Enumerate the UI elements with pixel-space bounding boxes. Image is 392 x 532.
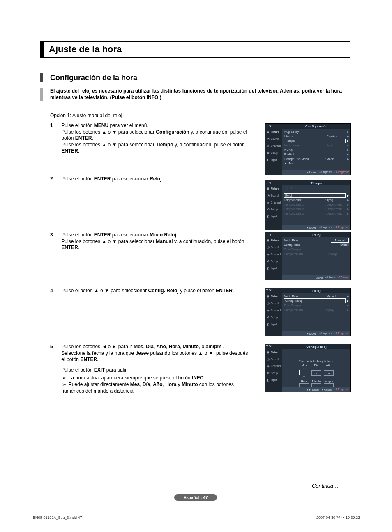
- section-title: Configuración de la hora: [50, 74, 137, 82]
- section-bar-accent: [40, 73, 43, 82]
- footer-right: 2007-04-30 ｿﾀﾈ･ 10:39:22: [316, 516, 360, 520]
- osd-side-input: ◧Input: [265, 265, 282, 272]
- channel-icon: ◈: [266, 252, 270, 256]
- osd-side-sound: ◔Sound: [265, 300, 282, 307]
- sound-icon: ◔: [266, 357, 270, 361]
- gear-icon: ✿: [266, 259, 270, 263]
- osd-row-dim: Tiempo Verano: Apag.▶: [284, 308, 349, 312]
- step-number: 2: [50, 176, 60, 183]
- section-header: Configuración de la hora: [40, 73, 349, 82]
- osd-side-setup: ✿Setup: [265, 149, 282, 156]
- osd-sidebar: T V ▣Picture ◔Sound ◈Channel ✿Setup ◧Inp…: [265, 180, 282, 230]
- osd-footer: ♦ Mover⏎ Entrar↺ Volver: [282, 275, 350, 280]
- osd-main-title: Configuración: [282, 124, 350, 129]
- gear-icon: ✿: [266, 208, 270, 211]
- step-body: Pulse el botón ENTER para seleccionar Re…: [61, 176, 250, 183]
- osd-footer: ♦ Mover⏎ Ingresar↺ Regresar: [282, 331, 350, 336]
- picture-icon: ▣: [266, 130, 270, 134]
- osd-row: Transpar. del Menú: Medio▶: [284, 157, 349, 161]
- osd-row: Temporizador: Apag.▶: [284, 198, 349, 202]
- input-icon: ◧: [266, 322, 270, 326]
- osd-tv-label: T V: [265, 180, 282, 185]
- step-2: 2 Pulse el botón ENTER para seleccionar …: [50, 176, 256, 183]
- osd-row: Idioma: Español▶: [284, 134, 349, 139]
- osd-side-setup: ✿Setup: [265, 370, 282, 377]
- osd-side-setup: ✿Setup: [265, 206, 282, 213]
- step-number: 5: [50, 344, 60, 350]
- step-body: Pulse el botón MENU para ver el menú. Pu…: [61, 123, 250, 155]
- osd-screenshot-reloj-config: T V ▣Picture ◔Sound ◈Channel ✿Setup ◧Inp…: [265, 288, 350, 335]
- osd-row-dim: Zona Tiempo: [284, 247, 349, 252]
- page-pill: Español - 47: [174, 494, 217, 501]
- osd-row: Subtítulo▶: [284, 152, 349, 157]
- osd-row: Plug & Play▶: [284, 130, 349, 134]
- section-underline: [40, 84, 349, 84]
- osd-screenshot-tiempo: T V ▣Picture ◔Sound ◈Channel ✿Setup ◧Inp…: [265, 180, 350, 229]
- sound-icon: ◔: [266, 137, 270, 141]
- osd-main-title: Reloj: [282, 288, 350, 293]
- osd-screenshot-reloj-modo: T V ▣Picture ◔Sound ◈Channel ✿Setup ◧Inp…: [265, 232, 350, 280]
- osd-row-highlighted: Tiempo▶: [284, 139, 349, 143]
- sound-icon: ◔: [266, 301, 270, 305]
- page-title-box: Ajuste de la hora: [40, 41, 350, 58]
- osd-date-row-1: Mes▲--▼ Día-- Año--: [299, 364, 334, 379]
- osd-side-channel: ◈Channel: [265, 142, 282, 149]
- osd-side-channel: ◈Channel: [265, 307, 282, 314]
- step-number: 4: [50, 288, 60, 294]
- osd-footer: ♦ Mover⏎ Ingresar↺ Regresar: [282, 170, 350, 175]
- lead-paragraph: El ajuste del reloj es necesario para ut…: [40, 88, 349, 101]
- footer-left: BN68-01192A_Spa_3.indd 47: [33, 516, 82, 520]
- osd-main-title: Config. Reloj: [282, 344, 350, 349]
- note-arrow-icon: ➢: [61, 382, 67, 388]
- osd-footer: ◄► Mover♦ Ajustar↺ Regresar: [282, 387, 350, 392]
- osd-row: Config. RelojAuto: [284, 243, 349, 247]
- title-bar-accent: [41, 42, 44, 57]
- step-5: 5 Pulse los botones ◄ o ► para ir Mes, D…: [50, 344, 256, 394]
- osd-tv-label: T V: [265, 288, 282, 293]
- osd-row-dim: Modo Juego: Apag.▶: [284, 143, 349, 148]
- osd-sidebar: T V ▣Picture ◔Sound ◈Channel ✿Setup ◧Inp…: [265, 288, 282, 336]
- osd-side-sound: ◔Sound: [265, 192, 282, 199]
- step-body: Pulse los botones ◄ o ► para ir Mes, Día…: [61, 344, 250, 394]
- input-icon: ◧: [266, 158, 270, 162]
- picture-icon: ▣: [266, 238, 270, 242]
- continue-label: Continúa…: [312, 483, 339, 489]
- gear-icon: ✿: [266, 371, 270, 375]
- osd-footer: ♦ Mover⏎ Ingresar↺ Regresar: [282, 225, 350, 230]
- osd-row-dim: Temporizador 2: Desactivado▶: [284, 207, 349, 211]
- osd-date-placeholder: -- / -- / ---- -- : -- --: [284, 186, 349, 191]
- osd-row-more: ▼ Más: [284, 161, 349, 166]
- input-icon: ◧: [266, 378, 270, 382]
- step-4: 4 Pulse el botón ▲ o ▼ para seleccionar …: [50, 288, 256, 294]
- osd-main-title: Reloj: [282, 232, 350, 237]
- osd-side-picture: ▣Picture: [265, 293, 282, 300]
- osd-row-dim: Zona Tiempo▶: [284, 303, 349, 308]
- osd-side-sound: ◔Sound: [265, 244, 282, 251]
- osd-row: Modo RelojManual: [284, 238, 349, 243]
- osd-tv-label: T V: [265, 344, 282, 349]
- osd-sidebar: T V ▣Picture ◔Sound ◈Channel ✿Setup ◧Inp…: [265, 344, 282, 392]
- input-icon: ◧: [266, 215, 270, 218]
- channel-icon: ◈: [266, 364, 270, 368]
- osd-side-sound: ◔Sound: [265, 135, 282, 142]
- sound-icon: ◔: [266, 194, 270, 197]
- osd-tv-label: T V: [265, 232, 282, 237]
- step-number: 1: [50, 123, 60, 129]
- osd-sidebar: T V ▣Picture ◔Sound ◈Channel ✿Setup ◧Inp…: [265, 124, 282, 175]
- picture-icon: ▣: [266, 294, 270, 298]
- osd-side-picture: ▣Picture: [265, 128, 282, 135]
- osd-main-title: Tiempo: [282, 180, 350, 185]
- osd-side-setup: ✿Setup: [265, 258, 282, 265]
- step-body: Pulse el botón ENTER para seleccionar Mo…: [61, 232, 250, 251]
- channel-icon: ◈: [266, 201, 270, 204]
- osd-row-dim: Temporizador 3: Desactivado▶: [284, 211, 349, 216]
- picture-icon: ▣: [266, 187, 270, 190]
- osd-side-input: ◧Input: [265, 377, 282, 384]
- osd-row-dim: Temporizador 1: Desactivado▶: [284, 202, 349, 207]
- step-body: Pulse el botón ▲ o ▼ para seleccionar Co…: [61, 288, 250, 294]
- osd-tv-label: T V: [265, 124, 282, 128]
- osd-side-sound: ◔Sound: [265, 356, 282, 363]
- page-title: Ajuste de la hora: [49, 44, 122, 55]
- gear-icon: ✿: [266, 151, 270, 155]
- note-arrow-icon: ➢: [61, 375, 67, 382]
